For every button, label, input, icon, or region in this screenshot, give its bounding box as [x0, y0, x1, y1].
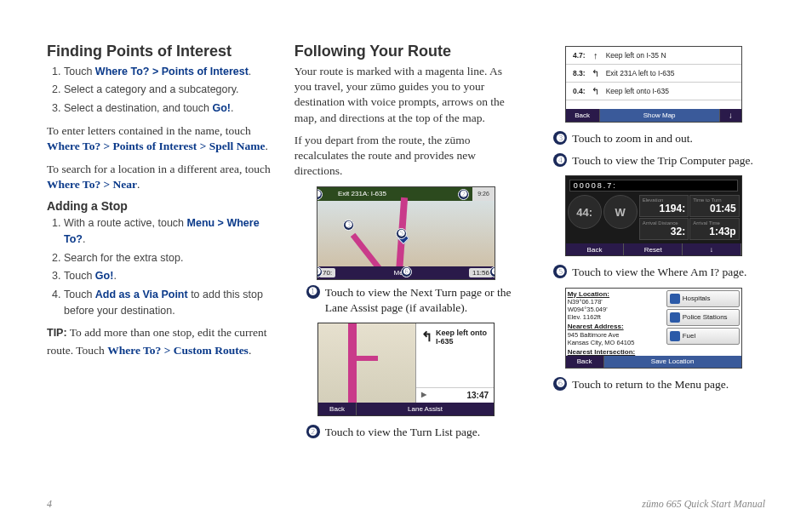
manual-title: zūmo 665 Quick Start Manual: [642, 498, 765, 511]
down-arrow-icon: ↓: [719, 109, 741, 122]
arrow-icon: ↑: [588, 50, 603, 60]
back-button: Back: [318, 403, 357, 415]
list-item: Select a category and a subcategory.: [64, 82, 271, 98]
odometer: 00008.7:: [569, 180, 738, 192]
back-button: Back: [566, 109, 600, 122]
callout-6-icon: ➏: [401, 266, 412, 277]
list-item: Search for the extra stop.: [64, 250, 271, 266]
lane-distance: 13:47: [416, 387, 494, 403]
callout-2-icon: ➋: [458, 189, 469, 200]
poi-steps: Touch Where To? > Points of Interest. Se…: [47, 64, 271, 117]
follow-p2: If you depart from the route, the zūmo r…: [294, 133, 518, 180]
down-arrow-icon: ↓: [683, 243, 741, 255]
page-number: 4: [47, 498, 52, 511]
arrow-icon: ↰: [588, 86, 603, 97]
custom-routes-link: Where To? > Custom Routes: [107, 344, 249, 357]
tip-paragraph: TIP: To add more than one stop, edit the…: [47, 324, 271, 359]
go-link: Go!: [212, 102, 231, 114]
via-point-link: Add as a Via Point: [95, 289, 188, 300]
go-link: Go!: [95, 270, 114, 282]
num-1-icon: ➊: [306, 285, 320, 299]
callout-row-1: ➊Touch to view the Next Turn page or the…: [294, 285, 518, 316]
callout-4b-icon: ➍: [489, 266, 495, 277]
heading-adding-stop: Adding a Stop: [47, 199, 271, 213]
callout-row-4: ➍Touch to view the Trip Computer page.: [541, 153, 765, 169]
callout-row-5: ➎Touch to view the Where Am I? page.: [541, 265, 765, 280]
exit-label: Exit 231A: I-635: [338, 190, 386, 197]
save-location-button: Save Location: [604, 356, 741, 368]
list-item: Touch Where To? > Points of Interest.: [64, 64, 271, 80]
list-item: With a route active, touch Menu > Where …: [64, 215, 271, 249]
turn-list-screenshot: 4.7:↑Keep left on I-35 N 8.3:↰Exit 231A …: [565, 46, 742, 123]
lane-instruction: Keep left onto I-635: [416, 323, 494, 387]
callout-3-icon: ➌: [343, 220, 354, 231]
follow-p1: Your route is marked with a magenta line…: [294, 64, 518, 126]
time-label: 9:26: [472, 187, 495, 201]
heading-following-route: Following Your Route: [294, 43, 518, 60]
num-2-icon: ➋: [306, 425, 320, 438]
num-5-icon: ➎: [553, 265, 567, 278]
back-button: Back: [566, 243, 625, 255]
list-item: Select a destination, and touch Go!.: [64, 100, 271, 117]
near-link: Where To? > Near: [47, 178, 137, 191]
map-screenshot: 13: Exit 231A: I-635 9:26 70: Menu 11:56…: [317, 186, 495, 280]
heading-finding-poi: Finding Points of Interest: [47, 43, 271, 60]
fuel-button: Fuel: [666, 328, 740, 345]
callout-5-icon: ➎: [396, 228, 407, 239]
callout-row-2: ➋Touch to view the Turn List page.: [294, 425, 518, 440]
stop-steps: With a route active, touch Menu > Where …: [47, 215, 271, 319]
lane-assist-screenshot: Keep left onto I-635 13:47 Back Lane Ass…: [317, 323, 495, 416]
spell-name-link: Where To? > Points of Interest > Spell N…: [47, 140, 265, 152]
where-am-i-screenshot: My Location: N39°06.178' W094°35.049' El…: [565, 288, 742, 369]
callout-row-3: ➌Touch to zoom in and out.: [541, 131, 765, 146]
list-item: Touch Add as a Via Point to add this sto…: [64, 287, 271, 320]
police-button: Police Stations: [666, 309, 740, 326]
num-3-icon: ➌: [553, 131, 567, 145]
speed-dial: 44:: [568, 195, 602, 229]
arrow-icon: ↰: [588, 68, 603, 79]
reset-button: Reset: [624, 243, 683, 255]
heading-dial: W: [603, 195, 638, 229]
show-map-button: Show Map: [600, 109, 719, 122]
spell-name-tip: To enter letters contained in the name, …: [47, 123, 271, 154]
poi-link: Where To? > Points of Interest: [95, 66, 249, 77]
back-button: Back: [566, 356, 604, 368]
list-item: Touch Go!.: [64, 268, 271, 284]
num-6-icon: ➏: [553, 377, 567, 391]
near-tip: To search for a location in a different …: [47, 162, 271, 192]
num-4-icon: ➍: [553, 153, 567, 167]
lane-assist-label: Lane Assist: [357, 403, 494, 415]
hospitals-button: Hospitals: [666, 290, 740, 307]
trip-computer-screenshot: 00008.7: 44: W Elevation1194: Time to Tu…: [565, 175, 742, 256]
callout-row-6: ➏Touch to return to the Menu page.: [541, 377, 765, 392]
